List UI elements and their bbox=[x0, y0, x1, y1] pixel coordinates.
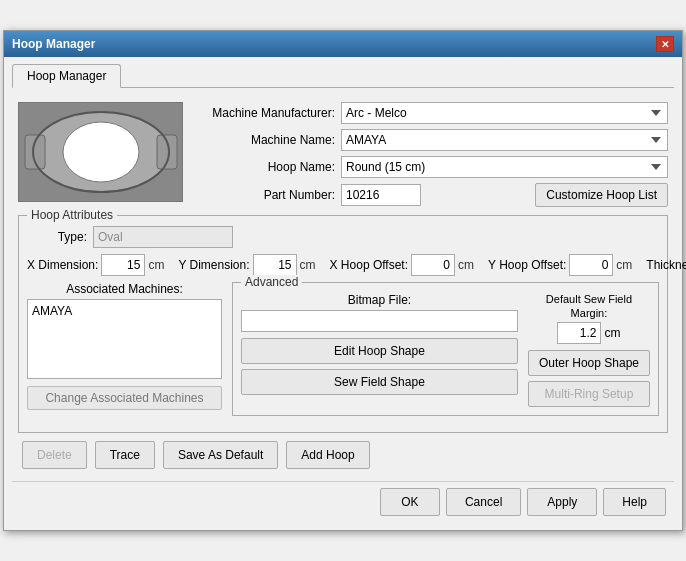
y-dimension-field: Y Dimension: 15 cm bbox=[178, 254, 315, 276]
hoop-name-label: Hoop Name: bbox=[195, 160, 335, 174]
machine-name-label: Machine Name: bbox=[195, 133, 335, 147]
machine-manufacturer-row: Machine Manufacturer: Arc - Melco bbox=[195, 102, 668, 124]
type-row: Type: Oval bbox=[27, 226, 659, 248]
y-dimension-label: Y Dimension: bbox=[178, 258, 249, 272]
bitmap-col: Bitmap File: Edit Hoop Shape Sew Field S… bbox=[241, 293, 518, 406]
x-hoop-offset-field: X Hoop Offset: 0 cm bbox=[330, 254, 475, 276]
advanced-inner: Bitmap File: Edit Hoop Shape Sew Field S… bbox=[241, 293, 650, 406]
thickness-label: Thickness: bbox=[646, 258, 686, 272]
x-hoop-offset-label: X Hoop Offset: bbox=[330, 258, 409, 272]
save-as-default-button[interactable]: Save As Default bbox=[163, 441, 278, 469]
thickness-field: Thickness: 0.6 cm bbox=[646, 254, 686, 276]
window-content: Hoop Manager bbox=[4, 57, 682, 529]
machines-list[interactable]: AMAYA bbox=[27, 299, 222, 379]
top-section: Machine Manufacturer: Arc - Melco Machin… bbox=[18, 102, 668, 207]
sew-field-shape-button[interactable]: Sew Field Shape bbox=[241, 369, 518, 395]
change-associated-machines-button[interactable]: Change Associated Machines bbox=[27, 386, 222, 410]
main-content: Machine Manufacturer: Arc - Melco Machin… bbox=[12, 96, 674, 474]
apply-button[interactable]: Apply bbox=[527, 488, 597, 516]
type-label: Type: bbox=[27, 230, 87, 244]
part-number-row: Part Number: 10216 Customize Hoop List bbox=[195, 183, 668, 207]
close-button[interactable]: ✕ bbox=[656, 36, 674, 52]
svg-point-2 bbox=[63, 122, 139, 182]
x-dimension-label: X Dimension: bbox=[27, 258, 98, 272]
window-title: Hoop Manager bbox=[12, 37, 95, 51]
default-sew-field-margin-label: Default Sew Field Margin: bbox=[528, 293, 650, 319]
cancel-button[interactable]: Cancel bbox=[446, 488, 521, 516]
sew-field-margin-unit: cm bbox=[604, 326, 620, 340]
multi-ring-setup-button[interactable]: Multi-Ring Setup bbox=[528, 381, 650, 407]
x-hoop-offset-input[interactable]: 0 bbox=[411, 254, 455, 276]
add-hoop-button[interactable]: Add Hoop bbox=[286, 441, 369, 469]
x-dimension-input[interactable]: 15 bbox=[101, 254, 145, 276]
sew-field-margin-input[interactable]: 1.2 bbox=[557, 322, 601, 344]
hoop-name-select[interactable]: Round (15 cm) bbox=[341, 156, 668, 178]
advanced-buttons: Edit Hoop Shape Sew Field Shape bbox=[241, 338, 518, 395]
machine-name-select[interactable]: AMAYA bbox=[341, 129, 668, 151]
sew-field-margin-row: 1.2 cm bbox=[528, 322, 650, 344]
form-fields: Machine Manufacturer: Arc - Melco Machin… bbox=[195, 102, 668, 207]
outer-hoop-shape-button[interactable]: Outer Hoop Shape bbox=[528, 350, 650, 376]
advanced-legend: Advanced bbox=[241, 275, 302, 289]
sew-field-col: Default Sew Field Margin: 1.2 cm Outer H… bbox=[528, 293, 650, 406]
bottom-section: Associated Machines: AMAYA Change Associ… bbox=[27, 282, 659, 415]
y-hoop-offset-input[interactable]: 0 bbox=[569, 254, 613, 276]
delete-button[interactable]: Delete bbox=[22, 441, 87, 469]
right-buttons: Outer Hoop Shape Multi-Ring Setup bbox=[528, 350, 650, 407]
main-buttons-row: Delete Trace Save As Default Add Hoop bbox=[18, 441, 668, 469]
ok-button[interactable]: OK bbox=[380, 488, 440, 516]
dimensions-row: X Dimension: 15 cm Y Dimension: 15 cm X … bbox=[27, 254, 659, 276]
hoop-name-row: Hoop Name: Round (15 cm) bbox=[195, 156, 668, 178]
y-hoop-offset-label: Y Hoop Offset: bbox=[488, 258, 566, 272]
part-number-input[interactable]: 10216 bbox=[341, 184, 421, 206]
hoop-image bbox=[18, 102, 183, 202]
edit-hoop-shape-button[interactable]: Edit Hoop Shape bbox=[241, 338, 518, 364]
customize-hoop-list-button[interactable]: Customize Hoop List bbox=[535, 183, 668, 207]
help-button[interactable]: Help bbox=[603, 488, 666, 516]
type-select[interactable]: Oval bbox=[93, 226, 233, 248]
advanced-group: Advanced Bitmap File: Edit Hoop Shape Se… bbox=[232, 282, 659, 415]
associated-machines-label: Associated Machines: bbox=[27, 282, 222, 296]
y-dimension-input[interactable]: 15 bbox=[253, 254, 297, 276]
x-hoop-offset-unit: cm bbox=[458, 258, 474, 272]
tab-bar: Hoop Manager bbox=[12, 63, 674, 88]
bitmap-file-label: Bitmap File: bbox=[241, 293, 518, 307]
tab-hoop-manager[interactable]: Hoop Manager bbox=[12, 64, 121, 88]
bitmap-file-input[interactable] bbox=[241, 310, 518, 332]
y-hoop-offset-unit: cm bbox=[616, 258, 632, 272]
machine-manufacturer-label: Machine Manufacturer: bbox=[195, 106, 335, 120]
machine-name-row: Machine Name: AMAYA bbox=[195, 129, 668, 151]
machine-manufacturer-select[interactable]: Arc - Melco bbox=[341, 102, 668, 124]
hoop-attributes-legend: Hoop Attributes bbox=[27, 208, 117, 222]
y-dimension-unit: cm bbox=[300, 258, 316, 272]
trace-button[interactable]: Trace bbox=[95, 441, 155, 469]
title-bar: Hoop Manager ✕ bbox=[4, 31, 682, 57]
y-hoop-offset-field: Y Hoop Offset: 0 cm bbox=[488, 254, 632, 276]
associated-machines-section: Associated Machines: AMAYA Change Associ… bbox=[27, 282, 222, 415]
part-number-label: Part Number: bbox=[195, 188, 335, 202]
hoop-attributes-group: Hoop Attributes Type: Oval X Dimension: … bbox=[18, 215, 668, 432]
hoop-manager-window: Hoop Manager ✕ Hoop Manager bbox=[3, 30, 683, 530]
x-dimension-field: X Dimension: 15 cm bbox=[27, 254, 164, 276]
dialog-buttons: OK Cancel Apply Help bbox=[12, 481, 674, 522]
x-dimension-unit: cm bbox=[148, 258, 164, 272]
